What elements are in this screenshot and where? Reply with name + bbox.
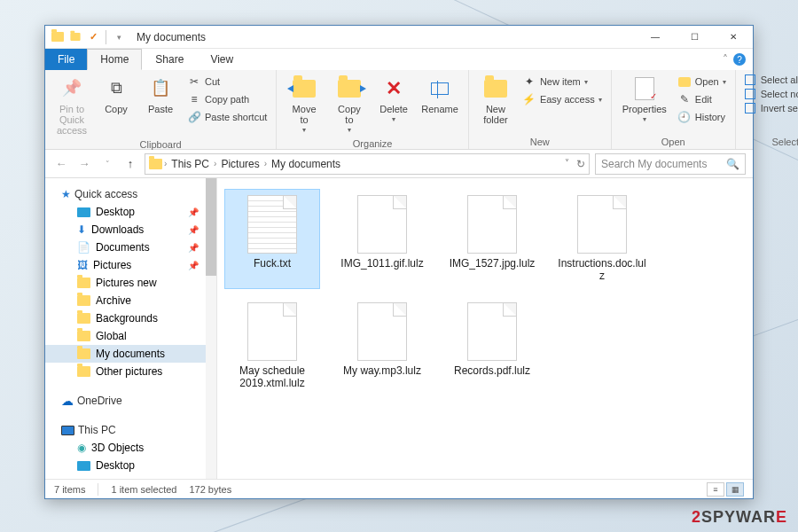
view-details-button[interactable]: ≡ <box>707 482 724 497</box>
maximize-button[interactable]: ☐ <box>675 26 714 49</box>
pin-icon: 📌 <box>59 75 85 102</box>
file-item[interactable]: Fuck.txt <box>224 189 320 289</box>
address-bar: ← → ˅ ↑ › This PC › Pictures › My docume… <box>45 150 753 178</box>
sidebar-onedrive[interactable]: ☁OneDrive <box>45 391 216 411</box>
file-icon <box>357 195 407 254</box>
view-icons-button[interactable]: ▦ <box>726 482 744 497</box>
invert-selection-button[interactable]: Invert selection <box>743 102 798 114</box>
copy-to-icon <box>336 75 363 102</box>
new-folder-button[interactable]: New folder <box>476 74 515 127</box>
copy-button[interactable]: ⧉ Copy <box>97 74 136 116</box>
paste-icon: 📋 <box>147 75 174 102</box>
move-to-button[interactable]: Move to▾ <box>284 74 324 137</box>
pin-icon: 📌 <box>188 225 199 235</box>
history-button[interactable]: 🕘History <box>676 109 728 125</box>
tab-view[interactable]: View <box>197 49 246 70</box>
file-list[interactable]: Fuck.txt IMG_1011.gif.lulz IMG_1527.jpg.… <box>217 178 753 479</box>
sidebar-item-backgrounds[interactable]: Backgrounds <box>45 309 216 327</box>
sidebar-item-desktop2[interactable]: Desktop <box>45 457 216 474</box>
sidebar-item-pictures[interactable]: 🖼Pictures📌 <box>45 256 216 274</box>
recent-button[interactable]: ˅ <box>98 155 116 173</box>
delete-button[interactable]: ✕ Delete▾ <box>374 74 413 126</box>
file-item[interactable]: Records.pdf.lulz <box>444 296 540 396</box>
delete-icon: ✕ <box>380 75 407 102</box>
file-label: May schedule 2019.xtml.lulz <box>227 364 317 390</box>
window-title: My documents <box>131 31 206 43</box>
sidebar-item-other-pictures[interactable]: Other pictures <box>45 363 216 380</box>
file-item[interactable]: May schedule 2019.xtml.lulz <box>224 296 320 396</box>
pin-quick-access-button[interactable]: 📌 Pin to Quick access <box>52 74 91 137</box>
downloads-icon: ⬇ <box>77 223 86 236</box>
file-icon <box>467 195 517 254</box>
breadcrumb-pictures[interactable]: Pictures <box>218 158 262 170</box>
tab-share[interactable]: Share <box>142 49 197 70</box>
paste-shortcut-button[interactable]: 🔗Paste shortcut <box>185 109 269 125</box>
copy-to-button[interactable]: Copy to▾ <box>330 74 369 137</box>
rename-icon <box>426 75 453 102</box>
ribbon: 📌 Pin to Quick access ⧉ Copy 📋 Paste ✂Cu… <box>45 70 753 150</box>
minimize-button[interactable]: — <box>636 26 675 49</box>
close-button[interactable]: ✕ <box>714 26 753 49</box>
up-button[interactable]: ↑ <box>121 155 139 173</box>
pin-icon: 📌 <box>188 261 199 270</box>
sidebar-item-global[interactable]: Global <box>45 327 216 345</box>
cut-icon: ✂ <box>187 74 201 89</box>
open-button[interactable]: Open ▾ <box>676 74 728 90</box>
sidebar-item-my-documents[interactable]: My documents <box>45 345 216 363</box>
file-item[interactable]: IMG_1527.jpg.lulz <box>444 189 540 289</box>
copy-path-icon: ≡ <box>187 92 201 106</box>
select-none-button[interactable]: Select none <box>743 88 798 100</box>
sidebar: ★Quick access Desktop📌 ⬇Downloads📌 📄Docu… <box>45 178 217 479</box>
address-dropdown-icon[interactable]: ˅ <box>565 158 569 170</box>
copy-path-button[interactable]: ≡Copy path <box>185 91 269 107</box>
refresh-icon[interactable]: ↻ <box>576 158 585 170</box>
pc-icon <box>61 426 74 435</box>
group-clipboard-label: Clipboard <box>52 137 269 150</box>
easy-access-button[interactable]: ⚡Easy access ▾ <box>520 91 604 107</box>
search-placeholder: Search My documents <box>601 158 707 170</box>
sidebar-scrollbar[interactable] <box>206 178 216 479</box>
forward-button[interactable]: → <box>75 155 93 173</box>
breadcrumb-root[interactable]: This PC <box>168 158 212 170</box>
select-all-button[interactable]: Select all <box>743 74 798 86</box>
sidebar-this-pc[interactable]: This PC <box>45 421 216 439</box>
help-icon[interactable]: ? <box>733 53 746 66</box>
new-item-button[interactable]: ✦New item ▾ <box>520 74 604 90</box>
properties-button[interactable]: Properties▾ <box>619 74 670 126</box>
sidebar-item-downloads[interactable]: ⬇Downloads📌 <box>45 221 216 239</box>
pin-icon: 📌 <box>188 243 199 253</box>
qat-dropdown-icon[interactable]: ▾ <box>112 30 126 44</box>
qat-icon[interactable] <box>68 30 82 44</box>
breadcrumb-current[interactable]: My documents <box>269 158 343 170</box>
new-folder-icon <box>482 75 509 102</box>
sidebar-item-3d-objects[interactable]: ◉3D Objects <box>45 439 216 457</box>
sidebar-quick-access[interactable]: ★Quick access <box>45 185 216 203</box>
edit-button[interactable]: ✎Edit <box>676 91 728 107</box>
paste-button[interactable]: 📋 Paste <box>141 74 180 116</box>
sidebar-item-archive[interactable]: Archive <box>45 292 216 309</box>
file-item[interactable]: Instructions.doc.lulz <box>554 189 650 289</box>
file-label: My way.mp3.lulz <box>343 364 421 377</box>
edit-icon: ✎ <box>677 92 692 106</box>
qat-check-icon[interactable]: ✓ <box>86 30 100 44</box>
search-icon: 🔍 <box>726 158 739 170</box>
search-input[interactable]: Search My documents 🔍 <box>595 153 746 175</box>
address-input[interactable]: › This PC › Pictures › My documents ˅ ↻ <box>145 153 590 175</box>
sidebar-item-pictures-new[interactable]: Pictures new <box>45 274 216 292</box>
status-bar: 7 items 1 item selected 172 bytes ≡ ▦ <box>45 479 753 498</box>
app-folder-icon <box>51 30 65 44</box>
sidebar-item-documents[interactable]: 📄Documents📌 <box>45 239 216 256</box>
tab-file[interactable]: File <box>45 49 87 70</box>
file-item[interactable]: My way.mp3.lulz <box>334 296 430 396</box>
open-icon <box>677 74 692 89</box>
cut-button[interactable]: ✂Cut <box>185 74 269 90</box>
file-item[interactable]: IMG_1011.gif.lulz <box>334 189 430 289</box>
back-button[interactable]: ← <box>52 155 70 173</box>
tab-home[interactable]: Home <box>87 49 142 70</box>
select-all-icon <box>745 74 755 85</box>
rename-button[interactable]: Rename <box>419 74 461 116</box>
new-item-icon: ✦ <box>522 74 536 89</box>
sidebar-item-desktop[interactable]: Desktop📌 <box>45 203 216 221</box>
collapse-ribbon-icon[interactable]: ˄ <box>723 53 728 66</box>
status-selected: 1 item selected <box>111 484 176 495</box>
